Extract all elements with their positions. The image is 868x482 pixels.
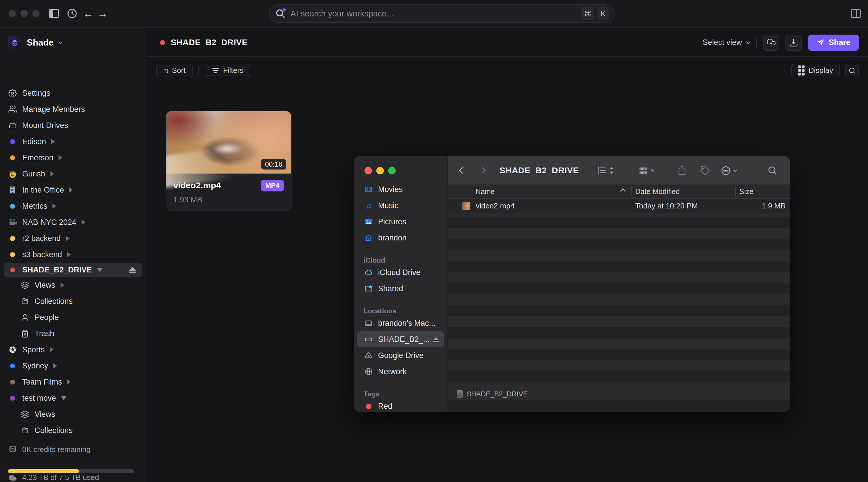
sidebar-project-test-move[interactable]: test move xyxy=(0,390,146,406)
finder-sidebar-icloud-drive[interactable]: iCloud Drive xyxy=(354,264,447,281)
nav-forward-icon[interactable]: → xyxy=(97,7,108,20)
sidebar-item-people[interactable]: People xyxy=(0,309,146,325)
list-view-icon[interactable] xyxy=(597,165,615,175)
finder-sidebar-tag-red[interactable]: Red xyxy=(354,398,447,412)
finder-window[interactable]: Movies ♫ Music Pictures brandon iCloud xyxy=(354,156,790,412)
tag-icon[interactable] xyxy=(700,165,710,176)
collapse-arrow-icon[interactable] xyxy=(61,396,66,400)
sidebar-item-views[interactable]: Views xyxy=(0,277,146,293)
collapse-arrow-icon[interactable] xyxy=(97,268,102,272)
finder-file-row[interactable]: video2.mp4 Today at 10:20 PM 1.9 MB xyxy=(448,199,790,213)
finder-sidebar-music[interactable]: ♫ Music xyxy=(354,197,447,214)
finder-sidebar-mac[interactable]: brandon's Mac... xyxy=(354,315,447,331)
share-label: Share xyxy=(829,38,850,47)
column-divider[interactable] xyxy=(631,186,631,197)
sidebar-item-collections[interactable]: Collections xyxy=(0,293,146,309)
expand-arrow-icon[interactable] xyxy=(51,171,54,176)
window-minimize-button[interactable] xyxy=(21,10,28,17)
sidebar-project-shade-b2-drive[interactable]: SHADE_B2_DRIVE xyxy=(4,263,142,277)
nav-back-icon[interactable]: ← xyxy=(83,7,93,20)
expand-arrow-icon[interactable] xyxy=(53,363,57,368)
sidebar-project-sydney[interactable]: Sydney xyxy=(0,358,146,374)
column-divider[interactable] xyxy=(735,186,736,197)
red-tag-icon xyxy=(364,404,373,409)
finder-forward-icon[interactable] xyxy=(480,168,485,174)
finder-section-locations: Locations xyxy=(354,303,447,315)
sort-label: Sort xyxy=(172,66,186,75)
sidebar-project-r2-backend[interactable]: r2 backend xyxy=(0,230,146,247)
search-input[interactable] xyxy=(290,9,579,19)
sort-button[interactable]: ↑↓ Sort xyxy=(156,64,193,77)
file-card-video2[interactable]: 00:16 video2.mp4 MP4 1.93 MB xyxy=(166,111,291,211)
sidebar-project-metrics[interactable]: Metrics xyxy=(0,198,146,214)
sidebar-item-collections-2[interactable]: Collections xyxy=(0,422,146,439)
expand-arrow-icon[interactable] xyxy=(82,220,85,225)
finder-close-button[interactable] xyxy=(365,167,372,174)
search-button[interactable] xyxy=(845,64,859,77)
video-thumbnail[interactable]: 00:16 xyxy=(166,111,291,173)
expand-arrow-icon[interactable] xyxy=(67,379,71,385)
expand-arrow-icon[interactable] xyxy=(59,155,62,160)
sidebar-project-edison[interactable]: Edison xyxy=(0,133,146,150)
sidebar-item-settings[interactable]: Settings xyxy=(0,85,146,101)
finder-column-headers: Name Date Modified Size xyxy=(448,185,790,199)
right-panel-toggle-icon[interactable] xyxy=(850,9,862,19)
column-name[interactable]: Name xyxy=(475,187,495,196)
sort-ascending-icon xyxy=(620,188,626,194)
column-date-modified[interactable]: Date Modified xyxy=(635,187,680,196)
sidebar-item-mount-drives[interactable]: Mount Drives xyxy=(0,117,146,133)
filters-button[interactable]: Filters xyxy=(205,64,251,77)
window-zoom-button[interactable] xyxy=(32,10,39,17)
sidebar-project-sports[interactable]: Sports xyxy=(0,342,146,358)
finder-back-icon[interactable] xyxy=(460,168,465,174)
expand-arrow-icon[interactable] xyxy=(66,236,70,241)
finder-sidebar-network[interactable]: Network xyxy=(354,363,447,380)
sidebar-project-in-the-office[interactable]: In the Office xyxy=(0,182,146,198)
finder-sidebar-pictures[interactable]: Pictures xyxy=(354,214,447,230)
sidebar-project-team-films[interactable]: Team Films xyxy=(0,374,146,390)
group-view-icon[interactable] xyxy=(638,165,654,175)
sort-arrows-icon: ↑↓ xyxy=(163,66,168,75)
expand-arrow-icon[interactable] xyxy=(69,187,73,193)
select-view-dropdown[interactable]: Select view xyxy=(703,38,750,47)
history-clock-icon[interactable] xyxy=(67,8,77,19)
window-close-button[interactable] xyxy=(9,10,16,17)
laptop-icon xyxy=(364,319,373,327)
sidebar-project-gurish[interactable]: Gurish xyxy=(0,166,146,182)
expand-arrow-icon[interactable] xyxy=(50,347,54,352)
finder-minimize-button[interactable] xyxy=(376,167,384,174)
expand-arrow-icon[interactable] xyxy=(51,139,55,144)
download-button[interactable] xyxy=(785,35,802,51)
share-button[interactable]: Share xyxy=(808,35,859,51)
cloud-icon xyxy=(8,473,17,482)
sidebar-project-nab-nyc-2024[interactable]: NAB NYC 2024 xyxy=(0,214,146,230)
finder-sidebar-movies[interactable]: Movies xyxy=(354,181,447,197)
finder-sidebar-shared[interactable]: Shared xyxy=(354,281,447,297)
ai-search-bar[interactable]: ⌘ K xyxy=(269,4,615,23)
sidebar-toggle-icon[interactable] xyxy=(49,9,59,19)
workspace-switcher[interactable]: Shade xyxy=(0,28,146,50)
more-options-icon[interactable] xyxy=(721,165,737,176)
display-button[interactable]: Display xyxy=(791,64,840,77)
sidebar-item-manage-members[interactable]: Manage Members xyxy=(0,101,146,117)
expand-arrow-icon[interactable] xyxy=(61,283,64,288)
share-icon[interactable] xyxy=(677,165,687,176)
finder-sidebar-google-drive[interactable]: Google Drive xyxy=(354,347,447,363)
sidebar-project-emerson[interactable]: Emerson xyxy=(0,150,146,166)
sidebar-item-trash[interactable]: Trash xyxy=(0,325,146,342)
column-size[interactable]: Size xyxy=(739,187,753,196)
folders-icon xyxy=(20,426,30,435)
cloud-upload-button[interactable] xyxy=(763,35,779,51)
finder-sidebar-home[interactable]: brandon xyxy=(354,230,447,246)
sidebar-item-views-2[interactable]: Views xyxy=(0,406,146,422)
finder-sidebar-shade-drive[interactable]: SHADE_B2_... xyxy=(357,331,444,347)
display-label: Display xyxy=(809,66,833,75)
finder-search-icon[interactable] xyxy=(767,165,777,175)
finder-eject-icon[interactable] xyxy=(433,337,439,342)
eject-icon[interactable] xyxy=(129,267,136,273)
sidebar-project-s3-backend[interactable]: s3 backend xyxy=(0,247,146,263)
film-icon xyxy=(364,185,373,193)
expand-arrow-icon[interactable] xyxy=(67,252,71,257)
expand-arrow-icon[interactable] xyxy=(53,203,56,209)
finder-zoom-button[interactable] xyxy=(388,167,396,174)
